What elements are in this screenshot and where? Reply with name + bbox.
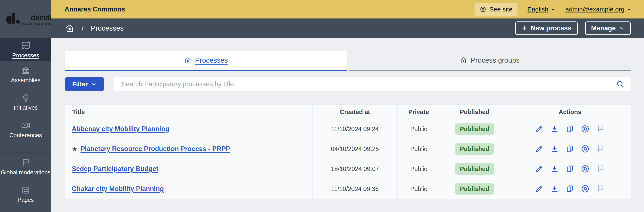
duplicate-icon[interactable]	[565, 164, 574, 174]
actions-cell	[509, 139, 630, 159]
column-header-published: Published	[440, 105, 509, 119]
created-at-cell: 11/10/2024 09:24	[312, 119, 398, 139]
highlighted-star-icon: ★	[72, 145, 78, 153]
published-cell: Published	[440, 179, 509, 199]
download-icon[interactable]	[550, 144, 559, 154]
download-icon[interactable]	[550, 184, 559, 194]
chevron-down-icon	[619, 25, 624, 31]
tab-label: Processes	[195, 56, 228, 64]
new-process-label: New process	[531, 24, 572, 32]
video-camera-icon	[21, 120, 31, 130]
actions-cell	[509, 179, 630, 199]
process-title-link[interactable]: Sedep Participatory Budget	[72, 165, 158, 173]
edit-icon[interactable]	[534, 124, 544, 134]
column-header-actions: Actions	[509, 105, 630, 119]
account-label: admin@example.org	[566, 6, 624, 13]
table-row: ★ Planetary Resource Production Process …	[65, 139, 630, 159]
see-site-button[interactable]: See site	[474, 3, 518, 16]
created-at-cell: 11/10/2024 09:36	[312, 179, 398, 199]
table-row: ★ Chakar city Mobility Planning 11/10/20…	[65, 179, 630, 199]
table-row: ★ Sedep Participatory Budget 18/10/2024 …	[65, 159, 630, 179]
search-icon[interactable]	[616, 80, 624, 89]
published-badge: Published	[455, 163, 494, 175]
duplicate-icon[interactable]	[565, 184, 574, 194]
sidebar-item-label: Pages	[18, 197, 34, 203]
process-title-link[interactable]: Abbenay city Mobility Planning	[72, 125, 169, 133]
flag-icon[interactable]	[596, 144, 605, 154]
search-box	[114, 77, 630, 91]
flag-icon[interactable]	[596, 124, 605, 134]
actions-cell	[509, 159, 630, 179]
decidim-logo[interactable]: decidim free open-source democracy	[6, 13, 58, 25]
flag-icon[interactable]	[596, 184, 605, 194]
language-dropdown[interactable]: English	[527, 6, 556, 13]
download-icon[interactable]	[550, 164, 559, 174]
tab-label: Process groups	[471, 56, 520, 64]
processes-table: Title Created at Private Published Actio…	[65, 105, 630, 199]
flag-icon[interactable]	[596, 164, 605, 174]
actions-cell	[509, 119, 630, 139]
sidebar-item-label: Assemblies	[11, 77, 40, 84]
download-icon[interactable]	[550, 124, 559, 134]
home-icon	[460, 57, 467, 64]
preview-icon[interactable]	[580, 184, 590, 194]
private-cell: Public	[397, 179, 440, 199]
chevron-down-icon	[91, 81, 97, 87]
language-label: English	[527, 6, 548, 13]
manage-label: Manage	[591, 24, 616, 32]
manage-dropdown-button[interactable]: Manage	[585, 21, 631, 35]
table-row: ★ Abbenay city Mobility Planning 11/10/2…	[65, 119, 630, 139]
top-bar: Annares Commons See site English admin@e…	[51, 0, 644, 18]
column-header-title: Title	[65, 105, 312, 119]
search-input[interactable]	[122, 80, 616, 88]
main-content: Processes Process groups Filter Title	[51, 38, 644, 212]
account-dropdown[interactable]: admin@example.org	[566, 6, 632, 13]
sidebar-item-global-moderations[interactable]: Global moderations	[0, 153, 51, 181]
breadcrumb-bar: / Processes New process Manage	[51, 18, 644, 38]
sidebar-item-conferences[interactable]: Conferences	[0, 116, 51, 143]
published-badge: Published	[455, 183, 494, 195]
process-title-link[interactable]: Chakar city Mobility Planning	[72, 185, 164, 193]
preview-icon[interactable]	[580, 124, 590, 134]
column-header-created-at: Created at	[312, 105, 398, 119]
eye-target-icon	[480, 6, 486, 13]
process-title-link[interactable]: Planetary Resource Production Process - …	[80, 145, 230, 153]
sidebar-item-initiatives[interactable]: Initiatives	[0, 88, 51, 116]
tab-bar: Processes Process groups	[65, 51, 630, 71]
new-process-button[interactable]: New process	[515, 21, 578, 35]
created-at-cell: 18/10/2024 09:07	[312, 159, 398, 179]
preview-icon[interactable]	[580, 164, 590, 174]
sidebar-item-assemblies[interactable]: Assemblies	[0, 61, 51, 88]
edit-icon[interactable]	[534, 164, 544, 174]
organization-name: Annares Commons	[64, 5, 125, 13]
private-cell: Public	[397, 139, 440, 159]
sidebar-item-pages[interactable]: Pages	[0, 181, 51, 208]
lightbulb-icon	[21, 93, 31, 103]
bank-icon	[21, 66, 31, 75]
tab-processes[interactable]: Processes	[65, 51, 347, 71]
flag-icon	[21, 158, 31, 168]
published-badge: Published	[455, 123, 494, 135]
filter-label: Filter	[72, 81, 88, 88]
home-icon	[184, 57, 192, 64]
published-badge: Published	[455, 143, 494, 155]
tab-process-groups[interactable]: Process groups	[348, 51, 630, 71]
decidim-logo-mark	[6, 13, 20, 25]
private-cell: Public	[397, 119, 440, 139]
table-header-row: Title Created at Private Published Actio…	[65, 105, 630, 119]
duplicate-icon[interactable]	[565, 144, 574, 154]
duplicate-icon[interactable]	[565, 124, 574, 134]
sidebar-item-label: Global moderations	[1, 170, 50, 176]
sidebar-item-processes[interactable]: Processes	[0, 38, 51, 61]
sidebar-item-label: Conferences	[9, 132, 42, 139]
home-gear-icon[interactable]	[65, 24, 74, 33]
sidebar-item-label: Initiatives	[14, 105, 38, 111]
breadcrumb-separator: /	[82, 24, 84, 32]
created-at-cell: 04/10/2024 09:25	[312, 139, 398, 159]
chevron-down-icon	[550, 7, 556, 12]
edit-icon[interactable]	[534, 184, 544, 194]
preview-icon[interactable]	[580, 144, 590, 154]
published-cell: Published	[440, 159, 509, 179]
filter-button[interactable]: Filter	[65, 77, 104, 91]
edit-icon[interactable]	[534, 144, 544, 154]
